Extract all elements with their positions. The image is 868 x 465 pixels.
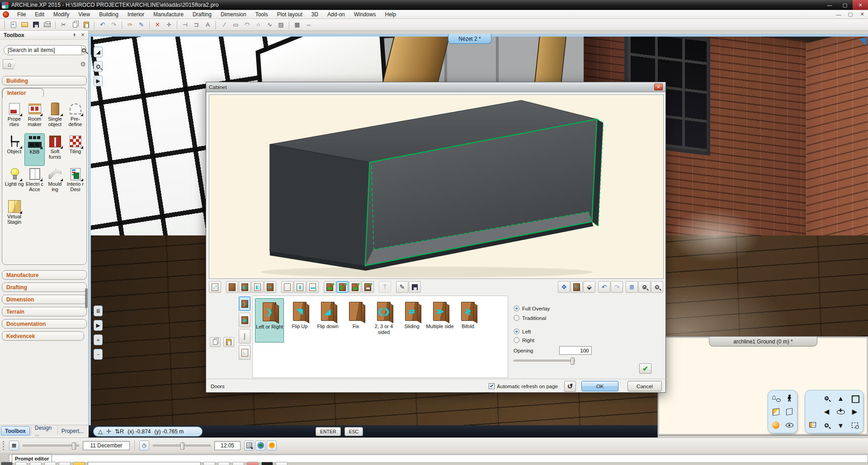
- format-painter-button[interactable]: ✑: [125, 20, 135, 30]
- auto-refresh-checkbox[interactable]: ✔: [489, 383, 495, 389]
- menu-help[interactable]: Help: [380, 10, 401, 19]
- axis-icon[interactable]: ⇅R: [115, 428, 124, 435]
- toolbox-item-single-object[interactable]: Single object: [45, 101, 65, 133]
- align-box-button[interactable]: ⊐: [191, 20, 202, 30]
- toolbox-item-object[interactable]: Object: [4, 133, 24, 166]
- layer-grid-button[interactable]: [807, 419, 818, 430]
- geolocation-button[interactable]: [255, 441, 265, 451]
- menu-interior[interactable]: Interior: [123, 10, 149, 19]
- section-kedvencek[interactable]: Kedvencek: [2, 331, 84, 341]
- opening-slider[interactable]: [514, 360, 575, 362]
- add-front-button[interactable]: +: [324, 281, 336, 293]
- option-right[interactable]: Right: [514, 337, 534, 343]
- door-type-flip-down[interactable]: ◢ Flip down: [314, 298, 342, 329]
- toolbox-item-predefine[interactable]: Pre- define: [65, 101, 85, 133]
- left-radio[interactable]: [514, 329, 519, 334]
- door-type-category-button[interactable]: ❯: [239, 296, 250, 311]
- right-radio[interactable]: [514, 337, 519, 343]
- next-button[interactable]: ▶: [94, 320, 103, 331]
- front-door-button[interactable]: [226, 281, 238, 293]
- bottom-marker-button[interactable]: [59, 462, 71, 465]
- carcass-left-button[interactable]: [281, 281, 293, 293]
- menu-plot-layout[interactable]: Plot layout: [273, 10, 307, 19]
- plan-window-tab[interactable]: archline1 Ground (0 m) *: [709, 337, 817, 347]
- rotate-view-button[interactable]: ↻: [571, 281, 583, 293]
- orbit-button[interactable]: [834, 405, 848, 418]
- handle-category-button[interactable]: ⌡: [239, 329, 250, 343]
- time-field[interactable]: 12:05: [214, 441, 241, 450]
- dialog-undo-button[interactable]: ↶: [598, 281, 610, 293]
- home-button[interactable]: ⌂: [3, 59, 16, 69]
- minimize-button[interactable]: —: [822, 0, 837, 10]
- calendar-button[interactable]: ▦: [9, 441, 19, 451]
- toolbox-item-virtual-staging[interactable]: Virtual Stagin: [4, 198, 24, 231]
- cut-button[interactable]: ✂: [58, 20, 69, 30]
- toolbox-item-properties[interactable]: Prope rties: [4, 101, 24, 133]
- dialog-close-button[interactable]: ✕: [654, 84, 663, 90]
- play-walk-button[interactable]: ▶: [94, 75, 103, 86]
- search-input[interactable]: [4, 45, 82, 55]
- pan-left-button[interactable]: ◀: [820, 405, 834, 418]
- move-button[interactable]: ✛: [164, 20, 174, 30]
- toolbox-item-moulding[interactable]: Mould ing: [45, 166, 65, 198]
- toolbox-item-interior-design[interactable]: Interio r Desi: [65, 166, 85, 198]
- time-slider[interactable]: [153, 445, 211, 446]
- toolbox-item-lighting[interactable]: Lighti ng: [4, 166, 24, 198]
- mdi-restore-button[interactable]: ▢: [844, 10, 856, 19]
- pan-up-button[interactable]: ▲: [834, 391, 848, 405]
- option-traditional[interactable]: Traditional: [514, 315, 546, 321]
- carcass-material-button[interactable]: ◧: [239, 281, 251, 293]
- plan-window-2d[interactable]: archline1 Ground (0 m) * + ▲ ◀ ▶ − ▼: [658, 337, 868, 435]
- menu-building[interactable]: Building: [94, 10, 123, 19]
- render-button[interactable]: [769, 418, 783, 432]
- door-type-flip-up[interactable]: ◥ Flip Up: [286, 298, 314, 329]
- door-type-fix[interactable]: Fix: [342, 298, 370, 329]
- toolbar-grip[interactable]: [4, 21, 6, 29]
- bottom-pen-button[interactable]: [44, 462, 56, 465]
- esc-button[interactable]: ESC: [344, 427, 363, 436]
- door-type-bifold[interactable]: ≷ Bifold: [454, 298, 482, 329]
- door-type-left-or-right[interactable]: ❯ Left or Right: [255, 298, 284, 343]
- refresh-button[interactable]: ↺: [564, 381, 576, 392]
- accessories-button[interactable]: ≋: [264, 281, 276, 293]
- panel-frame-category-button[interactable]: ▣: [239, 313, 250, 327]
- toolbox-item-electric-accessories[interactable]: Electri c Acce: [24, 166, 45, 198]
- select-arrow-button[interactable]: ◢: [94, 47, 103, 57]
- menu-tools[interactable]: Tools: [251, 10, 273, 19]
- view-cube-button[interactable]: ⬙: [583, 281, 595, 293]
- time-slider-thumb[interactable]: [180, 442, 184, 450]
- bottom-extra-button[interactable]: [276, 462, 288, 465]
- bottom-align-top-button[interactable]: [218, 462, 230, 465]
- date-field[interactable]: 11 December: [83, 441, 130, 450]
- draw-line-button[interactable]: ∕: [219, 20, 230, 30]
- list-button[interactable]: ≣: [94, 305, 103, 316]
- save-cabinet-button[interactable]: [409, 281, 421, 293]
- option-full-overlay[interactable]: Full Overlay: [514, 305, 550, 311]
- draw-arc-button[interactable]: ◠: [242, 20, 252, 30]
- toolbar-grip[interactable]: [215, 21, 217, 29]
- menu-edit[interactable]: Edit: [30, 10, 49, 19]
- sunlight-button[interactable]: [267, 441, 277, 451]
- date-slider[interactable]: [23, 445, 79, 446]
- view-tab[interactable]: Nézet 2 *: [448, 34, 491, 44]
- dialog-redo-button[interactable]: ↷: [611, 281, 623, 293]
- edit-sketch-button[interactable]: ✎: [396, 281, 408, 293]
- add-shelf-button[interactable]: +: [349, 281, 361, 293]
- menu-manufacture[interactable]: Manufacture: [149, 10, 188, 19]
- toolbox-close-icon[interactable]: ✕: [79, 32, 86, 38]
- toolbox-item-tiling[interactable]: Tiling: [65, 133, 85, 166]
- option-left[interactable]: Left: [514, 329, 531, 334]
- paste-button[interactable]: [81, 20, 91, 30]
- date-slider-thumb[interactable]: [72, 442, 76, 450]
- zoom-window-button[interactable]: [848, 418, 862, 432]
- door-type-multi-sided[interactable]: ❮❯ 2, 3 or 4 sided: [370, 298, 398, 335]
- camera-home-button[interactable]: [769, 391, 783, 405]
- bottom-pencil-button[interactable]: [247, 462, 259, 465]
- carcass-category-button[interactable]: ∟: [239, 345, 250, 360]
- cabinet-preview[interactable]: [209, 94, 664, 279]
- compass-icon[interactable]: △: [98, 428, 103, 435]
- menu-drafting[interactable]: Drafting: [188, 10, 216, 19]
- group-button[interactable]: ▦: [292, 20, 302, 30]
- redo-button[interactable]: ↷: [108, 20, 119, 30]
- toolbox-item-kbb[interactable]: KBB: [24, 133, 45, 166]
